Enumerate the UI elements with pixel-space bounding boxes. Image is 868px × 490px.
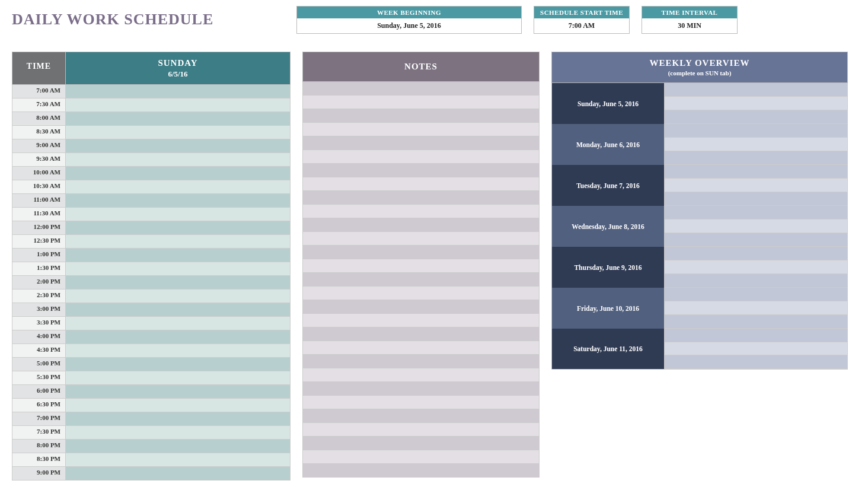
overview-slot[interactable] bbox=[665, 301, 847, 315]
notes-row[interactable] bbox=[302, 300, 540, 314]
notes-row[interactable] bbox=[302, 314, 540, 327]
schedule-slot-cell[interactable] bbox=[66, 235, 290, 248]
overview-slot[interactable] bbox=[665, 138, 847, 151]
schedule-slot-cell[interactable] bbox=[66, 453, 290, 466]
notes-row[interactable] bbox=[302, 382, 540, 396]
overview-slot[interactable] bbox=[665, 233, 847, 247]
notes-row[interactable] bbox=[302, 368, 540, 382]
overview-slot[interactable] bbox=[665, 192, 847, 206]
overview-slot[interactable] bbox=[665, 179, 847, 192]
notes-row[interactable] bbox=[302, 259, 540, 273]
schedule-slot-cell[interactable] bbox=[66, 194, 290, 207]
schedule-slot-cell[interactable] bbox=[66, 344, 290, 357]
schedule-time-cell: 8:00 PM bbox=[12, 440, 66, 453]
schedule-slot-cell[interactable] bbox=[66, 399, 290, 412]
notes-row[interactable] bbox=[302, 450, 540, 464]
notes-row[interactable] bbox=[302, 109, 540, 123]
overview-slot[interactable] bbox=[665, 219, 847, 233]
overview-slot[interactable] bbox=[665, 274, 847, 288]
notes-row[interactable] bbox=[302, 273, 540, 287]
schedule-slot-cell[interactable] bbox=[66, 303, 290, 316]
schedule-slot-cell[interactable] bbox=[66, 371, 290, 384]
schedule-time-cell: 5:30 PM bbox=[12, 371, 66, 384]
schedule-slot-cell[interactable] bbox=[66, 317, 290, 330]
schedule-day-name: SUNDAY bbox=[68, 57, 288, 69]
schedule-row: 10:00 AM bbox=[12, 167, 291, 180]
notes-row[interactable] bbox=[302, 341, 540, 355]
notes-row[interactable] bbox=[302, 232, 540, 246]
overview-slot[interactable] bbox=[665, 165, 847, 179]
notes-row[interactable] bbox=[302, 423, 540, 437]
schedule-row: 7:30 AM bbox=[12, 98, 291, 112]
notes-row[interactable] bbox=[302, 396, 540, 409]
schedule-slot-cell[interactable] bbox=[66, 153, 290, 166]
schedule-time-cell: 8:00 AM bbox=[12, 112, 66, 125]
overview-slot[interactable] bbox=[665, 342, 847, 356]
schedule-slot-cell[interactable] bbox=[66, 126, 290, 139]
schedule-slot-cell[interactable] bbox=[66, 276, 290, 289]
notes-row[interactable] bbox=[302, 164, 540, 177]
notes-row[interactable] bbox=[302, 409, 540, 423]
overview-slot[interactable] bbox=[665, 97, 847, 110]
notes-row[interactable] bbox=[302, 327, 540, 341]
overview-slot[interactable] bbox=[665, 355, 847, 369]
schedule-slot-cell[interactable] bbox=[66, 440, 290, 453]
notes-row[interactable] bbox=[302, 287, 540, 300]
notes-row[interactable] bbox=[302, 218, 540, 232]
overview-slot[interactable] bbox=[665, 83, 847, 97]
schedule-row: 9:00 PM bbox=[12, 467, 291, 481]
notes-row[interactable] bbox=[302, 82, 540, 96]
notes-body bbox=[302, 82, 540, 478]
info-start-time-value[interactable]: 7:00 AM bbox=[534, 18, 629, 33]
schedule-row: 1:30 PM bbox=[12, 262, 291, 276]
overview-slot[interactable] bbox=[665, 247, 847, 260]
schedule-time-cell: 11:30 AM bbox=[12, 208, 66, 221]
schedule-slot-cell[interactable] bbox=[66, 98, 290, 112]
info-week-beginning-value[interactable]: Sunday, June 5, 2016 bbox=[297, 18, 521, 33]
schedule-slot-cell[interactable] bbox=[66, 467, 290, 480]
info-interval-value[interactable]: 30 MIN bbox=[642, 18, 737, 33]
schedule-slot-cell[interactable] bbox=[66, 262, 290, 275]
schedule-slot-cell[interactable] bbox=[66, 289, 290, 303]
schedule-time-cell: 4:00 PM bbox=[12, 330, 66, 343]
schedule-slot-cell[interactable] bbox=[66, 249, 290, 262]
overview-slot[interactable] bbox=[665, 329, 847, 342]
schedule-row: 12:30 PM bbox=[12, 235, 291, 249]
overview-slot[interactable] bbox=[665, 288, 847, 301]
schedule-slot-cell[interactable] bbox=[66, 358, 290, 371]
notes-row[interactable] bbox=[302, 246, 540, 259]
notes-row[interactable] bbox=[302, 136, 540, 150]
schedule-slot-cell[interactable] bbox=[66, 385, 290, 398]
notes-row[interactable] bbox=[302, 464, 540, 478]
overview-slot[interactable] bbox=[665, 151, 847, 165]
schedule-time-cell: 2:30 PM bbox=[12, 289, 66, 303]
notes-row[interactable] bbox=[302, 177, 540, 191]
overview-slot[interactable] bbox=[665, 124, 847, 138]
overview-slot[interactable] bbox=[665, 110, 847, 124]
schedule-slot-cell[interactable] bbox=[66, 426, 290, 439]
overview-row: Wednesday, June 8, 2016 bbox=[551, 206, 848, 247]
notes-row[interactable] bbox=[302, 437, 540, 450]
schedule-slot-cell[interactable] bbox=[66, 221, 290, 234]
schedule-slot-cell[interactable] bbox=[66, 167, 290, 180]
notes-row[interactable] bbox=[302, 191, 540, 205]
schedule-slot-cell[interactable] bbox=[66, 139, 290, 152]
overview-slot[interactable] bbox=[665, 315, 847, 329]
schedule-slot-cell[interactable] bbox=[66, 412, 290, 425]
schedule-slot-cell[interactable] bbox=[66, 112, 290, 125]
overview-slot[interactable] bbox=[665, 206, 847, 219]
notes-row[interactable] bbox=[302, 150, 540, 164]
notes-row[interactable] bbox=[302, 205, 540, 218]
overview-day-label: Sunday, June 5, 2016 bbox=[552, 83, 665, 124]
schedule-slot-cell[interactable] bbox=[66, 330, 290, 343]
schedule-slot-cell[interactable] bbox=[66, 85, 290, 98]
overview-slot[interactable] bbox=[665, 260, 847, 274]
schedule-time-cell: 7:00 PM bbox=[12, 412, 66, 425]
schedule-time-cell: 12:30 PM bbox=[12, 235, 66, 248]
schedule-slot-cell[interactable] bbox=[66, 180, 290, 193]
notes-row[interactable] bbox=[302, 96, 540, 109]
overview-day-label: Saturday, June 11, 2016 bbox=[552, 329, 665, 369]
notes-row[interactable] bbox=[302, 355, 540, 368]
notes-row[interactable] bbox=[302, 123, 540, 136]
schedule-slot-cell[interactable] bbox=[66, 208, 290, 221]
